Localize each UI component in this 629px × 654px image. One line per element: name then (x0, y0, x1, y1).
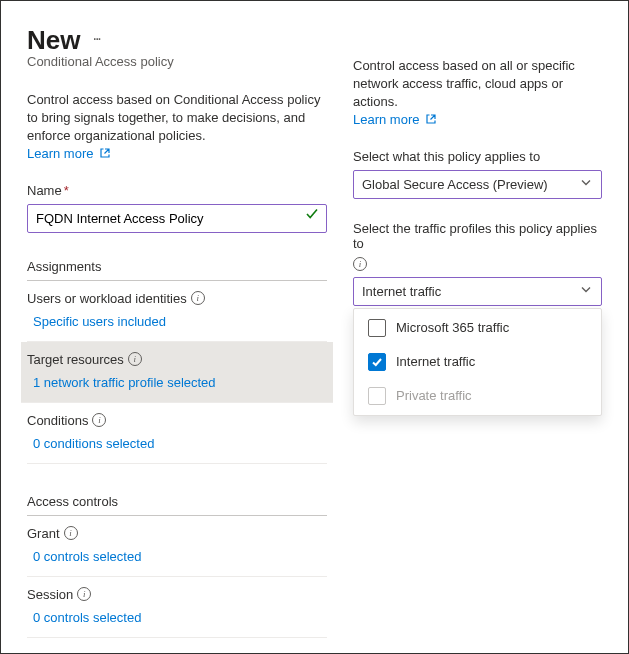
conditions-subsection[interactable]: Conditions i 0 conditions selected (27, 403, 327, 464)
grant-subsection[interactable]: Grant i 0 controls selected (27, 516, 327, 577)
traffic-profiles-select[interactable]: Internet traffic (353, 277, 602, 306)
page-title: New (27, 25, 80, 56)
required-indicator: * (64, 183, 69, 198)
right-description: Control access based on all or specific … (353, 57, 602, 112)
grant-value[interactable]: 0 controls selected (27, 549, 327, 564)
learn-more-link-right[interactable]: Learn more (353, 112, 437, 127)
users-value[interactable]: Specific users included (27, 314, 327, 329)
option-label: Private traffic (396, 388, 472, 403)
traffic-profiles-value: Internet traffic (362, 284, 441, 299)
option-label: Internet traffic (396, 354, 475, 369)
info-icon[interactable]: i (128, 352, 142, 366)
traffic-option-internet[interactable]: Internet traffic (354, 345, 601, 379)
target-value[interactable]: 1 network traffic profile selected (27, 375, 327, 390)
checkbox-disabled-icon (368, 387, 386, 405)
info-icon[interactable]: i (92, 413, 106, 427)
traffic-dropdown-panel: Microsoft 365 traffic Internet traffic P… (353, 308, 602, 416)
users-subsection[interactable]: Users or workload identities i Specific … (27, 281, 327, 342)
info-icon[interactable]: i (191, 291, 205, 305)
traffic-option-m365[interactable]: Microsoft 365 traffic (354, 311, 601, 345)
access-controls-heading: Access controls (27, 494, 327, 516)
conditions-value[interactable]: 0 conditions selected (27, 436, 327, 451)
left-description: Control access based on Conditional Acce… (27, 91, 327, 146)
learn-more-link-left[interactable]: Learn more (27, 146, 111, 161)
conditions-label: Conditions (27, 413, 88, 428)
chevron-down-icon (580, 177, 592, 192)
info-icon[interactable]: i (77, 587, 91, 601)
info-icon[interactable]: i (353, 257, 367, 271)
chevron-down-icon (580, 284, 592, 299)
grant-label: Grant (27, 526, 60, 541)
users-label: Users or workload identities (27, 291, 187, 306)
info-icon[interactable]: i (64, 526, 78, 540)
name-label: Name* (27, 183, 69, 198)
page-subtitle: Conditional Access policy (27, 54, 327, 69)
applies-to-select[interactable]: Global Secure Access (Preview) (353, 170, 602, 199)
external-link-icon (99, 147, 111, 159)
option-label: Microsoft 365 traffic (396, 320, 509, 335)
traffic-option-private: Private traffic (354, 379, 601, 413)
checkbox-checked-icon (368, 353, 386, 371)
session-subsection[interactable]: Session i 0 controls selected (27, 577, 327, 638)
valid-check-icon (305, 207, 319, 224)
name-input[interactable] (27, 204, 327, 233)
assignments-heading: Assignments (27, 259, 327, 281)
external-link-icon (425, 113, 437, 125)
learn-more-label: Learn more (353, 112, 419, 127)
traffic-profiles-label: Select the traffic profiles this policy … (353, 221, 602, 251)
learn-more-label: Learn more (27, 146, 93, 161)
applies-to-label: Select what this policy applies to (353, 149, 602, 164)
target-label: Target resources (27, 352, 124, 367)
session-label: Session (27, 587, 73, 602)
target-resources-subsection[interactable]: Target resources i 1 network traffic pro… (21, 342, 333, 403)
more-actions-button[interactable]: ··· (92, 31, 99, 51)
checkbox-unchecked-icon (368, 319, 386, 337)
applies-to-value: Global Secure Access (Preview) (362, 177, 548, 192)
session-value[interactable]: 0 controls selected (27, 610, 327, 625)
